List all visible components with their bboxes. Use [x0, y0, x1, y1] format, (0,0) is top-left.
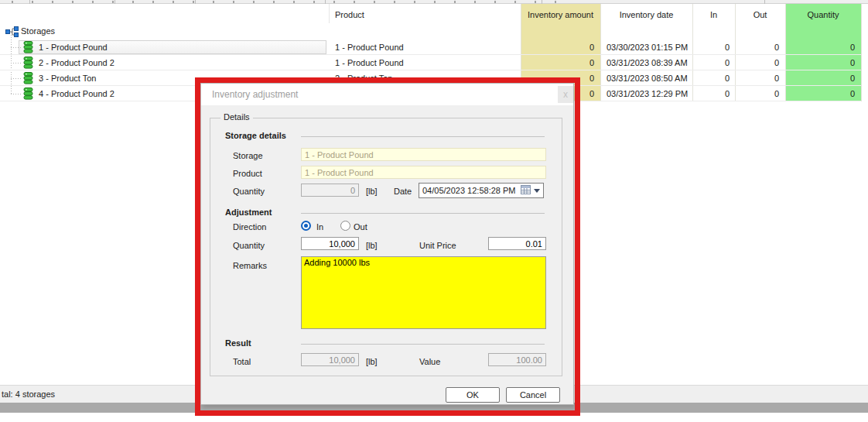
ok-button[interactable]: OK — [446, 387, 500, 403]
product-field: 1 - Product Pound — [301, 166, 546, 179]
unit-price-label: Unit Price — [419, 241, 456, 250]
column-header-product[interactable]: Product — [335, 9, 364, 21]
unit-label: [lb] — [366, 187, 378, 196]
tree-node-label: 1 - Product Pound — [39, 39, 108, 55]
remarks-label: Remarks — [233, 261, 267, 270]
cell-quantity: 0 — [785, 70, 855, 86]
cell-inventory-amount: 0 — [521, 55, 594, 70]
cell-in: 0 — [692, 70, 730, 86]
close-icon[interactable]: x — [558, 86, 573, 103]
result-heading: Result — [225, 338, 251, 348]
table-row-2[interactable]: 2 - Product Pound 2 1 - Product Pound 0 … — [0, 55, 861, 70]
cell-inventory-date: 03/31/2023 12:29 PM — [607, 86, 688, 101]
cell-quantity: 0 — [785, 39, 855, 55]
unit-price-input[interactable]: 0.01 — [488, 237, 546, 250]
tree-node-label: 3 - Product Ton — [39, 70, 96, 86]
section-divider — [301, 213, 545, 214]
cell-inventory-amount: 0 — [521, 39, 594, 55]
calendar-icon[interactable] — [521, 185, 531, 196]
value-field: 100.00 — [488, 353, 546, 366]
column-header-in[interactable]: In — [692, 9, 735, 21]
total-field: 10,000 — [301, 353, 359, 366]
total-label: Total — [233, 357, 251, 366]
cell-inventory-date: 03/30/2023 01:15 PM — [607, 39, 688, 55]
cell-product: 1 - Product Pound — [335, 39, 404, 55]
tree-root-label: Storages — [21, 26, 55, 37]
unit-label: [lb] — [366, 357, 378, 366]
cell-quantity: 0 — [785, 86, 855, 101]
cell-in: 0 — [692, 39, 730, 55]
dialog-title: Inventory adjustment — [212, 89, 298, 100]
storage-cylinder-icon — [23, 72, 33, 86]
direction-label: Direction — [233, 222, 266, 232]
date-value: 04/05/2023 12:58:28 PM — [422, 186, 521, 195]
status-text: tal: 4 storages — [2, 389, 55, 399]
column-header-quantity[interactable]: Quantity — [785, 9, 861, 21]
tree-root-storages[interactable]: Storages — [0, 23, 861, 39]
radio-direction-in[interactable] — [301, 221, 311, 231]
dialog-title-bar[interactable]: Inventory adjustment x — [201, 84, 573, 105]
date-label: Date — [394, 187, 412, 196]
cell-product: 1 - Product Pound — [335, 55, 404, 70]
cell-quantity: 0 — [785, 55, 855, 70]
table-row-1[interactable]: 1 - Product Pound 1 - Product Pound 0 03… — [0, 39, 861, 55]
cell-in: 0 — [692, 55, 730, 70]
column-header-inventory-date[interactable]: Inventory date — [600, 9, 692, 21]
sitemap-icon — [5, 26, 19, 39]
inventory-adjustment-dialog: Inventory adjustment x Details Storage d… — [200, 83, 574, 405]
dropdown-arrow-icon[interactable] — [534, 189, 540, 193]
storage-label: Storage — [233, 151, 263, 160]
radio-direction-out[interactable] — [340, 221, 350, 231]
toolbar-strip — [0, 0, 868, 4]
current-quantity-field: 0 — [301, 184, 359, 197]
cell-out: 0 — [735, 70, 779, 86]
section-divider — [301, 344, 545, 345]
tree-node-label: 2 - Product Pound 2 — [39, 55, 114, 70]
storage-cylinder-icon — [23, 57, 33, 70]
cell-out: 0 — [735, 86, 779, 101]
radio-out-label: Out — [354, 222, 367, 232]
storage-field: 1 - Product Pound — [301, 148, 546, 161]
unit-label: [lb] — [366, 241, 378, 250]
product-label: Product — [233, 169, 262, 178]
cell-out: 0 — [735, 39, 779, 55]
storage-cylinder-icon — [23, 87, 33, 101]
storage-cylinder-icon — [23, 41, 33, 55]
tree-node-label: 4 - Product Pound 2 — [39, 86, 114, 101]
app-window: Product Inventory amount Inventory date … — [0, 0, 868, 422]
details-group-label: Details — [220, 112, 253, 122]
adjustment-quantity-label: Quantity — [233, 241, 265, 250]
current-quantity-label: Quantity — [233, 187, 265, 196]
toolbar-clipped-text — [5, 1, 565, 3]
section-divider — [301, 136, 545, 137]
storage-details-heading: Storage details — [225, 131, 286, 140]
date-picker[interactable]: 04/05/2023 12:58:28 PM — [419, 183, 544, 198]
column-header-inventory-amount[interactable]: Inventory amount — [521, 9, 600, 21]
value-label: Value — [419, 357, 440, 366]
adjustment-quantity-input[interactable]: 10,000 — [301, 237, 359, 250]
cell-inventory-date: 03/31/2023 08:39 AM — [607, 55, 688, 70]
cancel-button[interactable]: Cancel — [506, 387, 560, 403]
remarks-textarea[interactable]: Adding 10000 lbs — [301, 256, 546, 329]
cell-out: 0 — [735, 55, 779, 70]
radio-in-label: In — [316, 222, 323, 232]
column-header-out[interactable]: Out — [735, 9, 785, 21]
cell-inventory-date: 03/31/2023 08:50 AM — [607, 70, 688, 86]
cell-in: 0 — [692, 86, 730, 101]
adjustment-heading: Adjustment — [225, 208, 272, 217]
